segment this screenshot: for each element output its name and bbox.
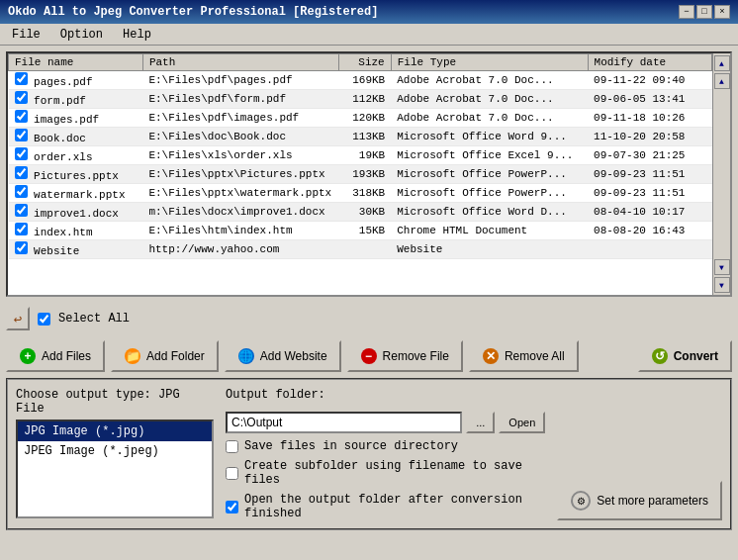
table-row[interactable]: order.xls E:\Files\xls\order.xls 19KB Mi… <box>9 146 712 165</box>
add-folder-icon: 📁 <box>125 348 140 364</box>
output-type-item[interactable]: JPG Image (*.jpg) <box>18 421 212 441</box>
table-row[interactable]: Book.doc E:\Files\doc\Book.doc 113KB Mic… <box>9 128 712 146</box>
file-table: File name Path Size File Type Modify dat… <box>8 53 712 259</box>
row-checkbox[interactable] <box>15 72 28 85</box>
scroll-up-top[interactable]: ▲ <box>714 55 730 71</box>
scroll-down[interactable]: ▼ <box>714 259 730 275</box>
open-after-row: Open the output folder after conversion … <box>226 493 545 520</box>
col-date: Modify date <box>588 54 711 71</box>
output-type-list[interactable]: JPG Image (*.jpg)JPEG Image (*.jpeg) <box>16 420 214 518</box>
scroll-sidebar: ▲ ▲ ▼ ▼ <box>712 53 730 295</box>
row-checkbox[interactable] <box>15 129 28 141</box>
row-checkbox[interactable] <box>15 91 28 104</box>
open-folder-button[interactable]: Open <box>499 412 545 433</box>
cell-filename: Website <box>9 240 143 259</box>
cell-size: 120KB <box>339 109 391 128</box>
cell-date: 09-09-23 11:51 <box>588 184 711 203</box>
cell-path: E:\Files\pptx\Pictures.pptx <box>142 165 339 184</box>
cell-path: E:\Files\htm\index.htm <box>142 222 339 240</box>
cell-type: Microsoft Office Word D... <box>391 203 588 222</box>
cell-filename: form.pdf <box>9 90 143 109</box>
output-type-item[interactable]: JPEG Image (*.jpeg) <box>18 441 212 461</box>
row-checkbox[interactable] <box>15 241 28 254</box>
select-all-checkbox[interactable] <box>38 313 50 326</box>
row-checkbox[interactable] <box>15 204 28 217</box>
menu-bar: File Option Help <box>0 24 738 46</box>
maximize-button[interactable]: □ <box>696 5 712 19</box>
close-button[interactable]: × <box>714 5 730 19</box>
cell-date: 09-11-18 10:26 <box>588 109 711 128</box>
cell-size: 169KB <box>339 71 391 90</box>
table-row[interactable]: form.pdf E:\Files\pdf\form.pdf 112KB Ado… <box>9 90 712 109</box>
cell-path: m:\Files\docx\improve1.docx <box>142 203 339 222</box>
cell-size: 318KB <box>339 184 391 203</box>
table-row[interactable]: pages.pdf E:\Files\pdf\pages.pdf 169KB A… <box>9 71 712 90</box>
cell-type: Microsoft Office PowerP... <box>391 184 588 203</box>
open-after-label: Open the output folder after conversion … <box>244 493 545 520</box>
back-button[interactable]: ↩ <box>6 307 30 330</box>
table-row[interactable]: Website http://www.yahoo.com Website <box>9 240 712 259</box>
cell-type: Adobe Acrobat 7.0 Doc... <box>391 90 588 109</box>
row-checkbox[interactable] <box>15 110 28 123</box>
cell-type: Microsoft Office PowerP... <box>391 165 588 184</box>
col-filename: File name <box>9 54 143 71</box>
title-buttons: − □ × <box>679 5 730 19</box>
create-subfolder-checkbox[interactable] <box>226 467 238 480</box>
select-all-row: ↩ Select All <box>6 303 732 334</box>
create-subfolder-row: Create subfolder using filename to save … <box>226 459 545 487</box>
output-folder-input[interactable] <box>226 412 462 433</box>
cell-path: http://www.yahoo.com <box>142 240 339 259</box>
remove-all-icon: ✕ <box>483 348 499 364</box>
remove-all-button[interactable]: ✕ Remove All <box>469 340 579 372</box>
cell-date: 09-07-30 21:25 <box>588 146 711 165</box>
add-website-button[interactable]: 🌐 Add Website <box>225 340 341 372</box>
cell-date: 11-10-20 20:58 <box>588 128 711 146</box>
table-row[interactable]: watermark.pptx E:\Files\pptx\watermark.p… <box>9 184 712 203</box>
output-folder-top: Output folder: ... Open Save files in so… <box>226 388 545 520</box>
bottom-section: Choose output type: JPG File JPG Image (… <box>6 378 732 530</box>
save-in-source-checkbox[interactable] <box>226 440 238 453</box>
cell-type: Microsoft Office Word 9... <box>391 128 588 146</box>
cell-type: Microsoft Office Excel 9... <box>391 146 588 165</box>
table-row[interactable]: images.pdf E:\Files\pdf\images.pdf 120KB… <box>9 109 712 128</box>
title-bar: Okdo All to Jpeg Converter Professional … <box>0 0 738 24</box>
convert-button[interactable]: ↺ Convert <box>638 340 732 372</box>
cell-filename: Book.doc <box>9 128 143 146</box>
select-all-label: Select All <box>58 312 130 326</box>
scroll-up[interactable]: ▲ <box>714 73 730 89</box>
add-folder-button[interactable]: 📁 Add Folder <box>111 340 219 372</box>
browse-button[interactable]: ... <box>466 412 495 433</box>
set-more-params-button[interactable]: ⚙ Set more parameters <box>557 481 722 520</box>
cell-date: 08-04-10 10:17 <box>588 203 711 222</box>
cell-date: 09-09-23 11:51 <box>588 165 711 184</box>
table-row[interactable]: Pictures.pptx E:\Files\pptx\Pictures.ppt… <box>9 165 712 184</box>
row-checkbox[interactable] <box>15 185 28 198</box>
add-files-button[interactable]: + Add Files <box>6 340 105 372</box>
open-after-checkbox[interactable] <box>226 501 238 513</box>
cell-filename: images.pdf <box>9 109 143 128</box>
minimize-button[interactable]: − <box>679 5 694 19</box>
menu-option[interactable]: Option <box>56 27 107 43</box>
cell-date <box>588 240 711 259</box>
row-checkbox[interactable] <box>15 166 28 179</box>
cell-filename: improve1.docx <box>9 203 143 222</box>
cell-path: E:\Files\pptx\watermark.pptx <box>142 184 339 203</box>
cell-size: 112KB <box>339 90 391 109</box>
table-row[interactable]: index.htm E:\Files\htm\index.htm 15KB Ch… <box>9 222 712 240</box>
cell-size: 15KB <box>339 222 391 240</box>
row-checkbox[interactable] <box>15 223 28 235</box>
cell-filename: index.htm <box>9 222 143 240</box>
scroll-down-bottom[interactable]: ▼ <box>714 277 730 293</box>
table-row[interactable]: improve1.docx m:\Files\docx\improve1.doc… <box>9 203 712 222</box>
cell-size: 19KB <box>339 146 391 165</box>
cell-filename: pages.pdf <box>9 71 143 90</box>
remove-file-button[interactable]: − Remove File <box>347 340 463 372</box>
file-scroll-inner[interactable]: File name Path Size File Type Modify dat… <box>8 53 712 295</box>
convert-icon: ↺ <box>652 348 668 364</box>
menu-file[interactable]: File <box>8 27 45 43</box>
cell-path: E:\Files\doc\Book.doc <box>142 128 339 146</box>
cell-date: 09-11-22 09:40 <box>588 71 711 90</box>
output-folder-row: ... Open <box>226 412 545 433</box>
row-checkbox[interactable] <box>15 147 28 160</box>
menu-help[interactable]: Help <box>119 27 155 43</box>
